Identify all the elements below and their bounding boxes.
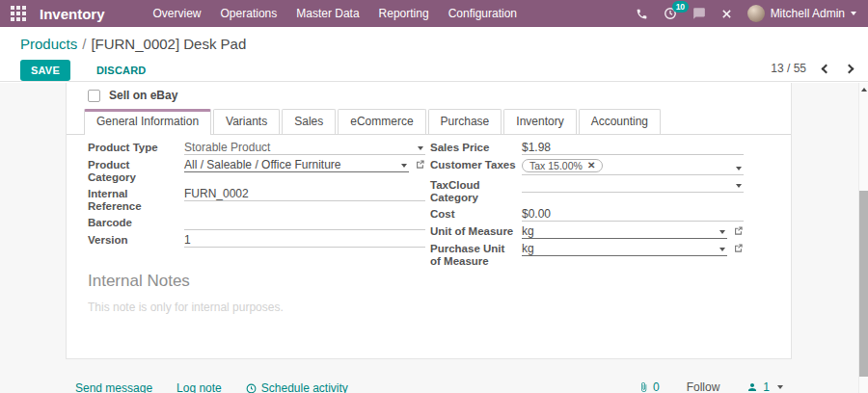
customer-taxes-label: Customer Taxes (430, 159, 522, 171)
navbar-left: Inventory Overview Operations Master Dat… (0, 0, 527, 27)
field-sales-price: Sales Price $1.98 (430, 142, 744, 155)
product-form-sheet: Sell on eBay General Information Variant… (66, 83, 792, 359)
follower-count: 1 (763, 380, 770, 393)
product-category-label: Product Category (88, 159, 184, 184)
field-product-type: Product Type Storable Product (88, 142, 425, 155)
breadcrumb: Products/[FURN_0002] Desk Pad (0, 27, 868, 52)
scrollbar-thumb[interactable] (859, 191, 868, 377)
field-purchase-unit-of-measure: Purchase Unit of Measure kg (430, 243, 744, 268)
pager: 13 / 55 (771, 62, 853, 75)
avatar (747, 5, 765, 22)
sell-on-ebay-checkbox[interactable] (88, 90, 100, 102)
phone-icon[interactable] (636, 8, 648, 20)
attachment-count: 0 (653, 380, 660, 393)
field-barcode: Barcode (88, 217, 425, 230)
cost-input[interactable]: $0.00 (522, 208, 744, 222)
paperclip-icon (638, 381, 649, 393)
chevron-down-icon (401, 164, 407, 168)
user-menu[interactable]: Mitchell Admin (747, 5, 856, 22)
scroll-up-arrow-icon[interactable] (861, 88, 867, 92)
chevron-down-icon (719, 230, 725, 234)
field-internal-reference: Internal Reference FURN_0002 (88, 188, 425, 213)
person-icon (746, 381, 758, 393)
sell-on-ebay-row: Sell on eBay (67, 83, 791, 102)
external-link-icon[interactable] (733, 243, 744, 253)
tab-variants[interactable]: Variants (213, 109, 280, 134)
external-link-icon[interactable] (415, 159, 425, 170)
activity-clock-icon[interactable]: 10 (664, 7, 677, 20)
field-version: Version 1 (88, 234, 425, 248)
followers-button[interactable]: 1 (746, 380, 783, 393)
field-customer-taxes: Customer Taxes Tax 15.00%✕ (430, 159, 744, 175)
internal-notes-title: Internal Notes (88, 272, 284, 291)
tax-tag: Tax 15.00%✕ (522, 159, 603, 172)
chevron-down-icon (736, 167, 742, 170)
field-unit-of-measure: Unit of Measure kg (430, 225, 744, 239)
internal-notes-editor[interactable]: This note is only for internal purposes. (88, 301, 284, 314)
app-name[interactable]: Inventory (40, 6, 105, 22)
control-panel: Products/[FURN_0002] Desk Pad SAVE DISCA… (0, 27, 868, 82)
tax-tag-remove-icon[interactable]: ✕ (587, 161, 595, 170)
tab-purchase[interactable]: Purchase (428, 109, 502, 134)
tab-general-information[interactable]: General Information (84, 109, 211, 135)
menu-item-overview[interactable]: Overview (144, 7, 211, 20)
pager-next-icon[interactable] (845, 64, 854, 73)
navbar-right: 10 Mitchell Admin (636, 5, 868, 22)
user-name: Mitchell Admin (771, 7, 845, 20)
tab-ecommerce[interactable]: eCommerce (338, 109, 425, 134)
chevron-down-icon (736, 184, 742, 188)
taxcloud-category-select[interactable] (522, 179, 744, 193)
sales-price-input[interactable]: $1.98 (522, 142, 744, 155)
discard-button[interactable]: DISCARD (96, 65, 147, 76)
unit-of-measure-label: Unit of Measure (430, 225, 522, 238)
product-category-select[interactable]: All / Saleable / Office Furniture (184, 159, 409, 172)
breadcrumb-products-link[interactable]: Products (20, 36, 77, 52)
menu-item-reporting[interactable]: Reporting (369, 7, 439, 20)
unit-of-measure-select[interactable]: kg (522, 225, 727, 239)
product-type-select[interactable]: Storable Product (184, 142, 425, 155)
tab-sales[interactable]: Sales (282, 109, 336, 134)
field-taxcloud-category: TaxCloud Category (430, 179, 744, 204)
messages-icon[interactable] (692, 7, 706, 20)
close-icon[interactable] (721, 9, 732, 19)
purchase-uom-select[interactable]: kg (522, 243, 727, 256)
follow-button[interactable]: Follow (687, 380, 720, 393)
button-row: SAVE DISCARD (0, 52, 868, 81)
customer-taxes-select[interactable]: Tax 15.00%✕ (522, 159, 744, 175)
nav-menu: Overview Operations Master Data Reportin… (144, 0, 528, 27)
apps-grid-icon[interactable] (11, 6, 26, 21)
menu-item-configuration[interactable]: Configuration (439, 7, 527, 20)
menu-item-operations[interactable]: Operations (211, 7, 287, 20)
taxcloud-category-label: TaxCloud Category (430, 179, 522, 204)
log-note-button[interactable]: Log note (176, 381, 222, 393)
version-input[interactable]: 1 (184, 234, 425, 248)
internal-notes-section: Internal Notes This note is only for int… (88, 272, 284, 314)
schedule-activity-button[interactable]: Schedule activity (246, 381, 348, 393)
internal-reference-input[interactable]: FURN_0002 (184, 188, 425, 201)
left-field-column: Product Type Storable Product Product Ca… (88, 142, 425, 251)
menu-item-master-data[interactable]: Master Data (286, 7, 368, 20)
send-message-button[interactable]: Send message (75, 381, 152, 393)
chatter: Send message Log note Schedule activity … (0, 359, 858, 393)
notebook-tabs: General Information Variants Sales eComm… (67, 109, 791, 135)
chatter-links: Send message Log note Schedule activity (75, 381, 348, 393)
attachments-button[interactable]: 0 (638, 380, 660, 393)
tab-accounting[interactable]: Accounting (579, 109, 661, 134)
pager-value: 13 / 55 (771, 62, 806, 75)
chevron-down-icon (777, 385, 783, 389)
vertical-scrollbar[interactable] (858, 83, 868, 393)
tab-inventory[interactable]: Inventory (503, 109, 576, 134)
sell-on-ebay-label: Sell on eBay (109, 89, 177, 102)
barcode-input[interactable] (184, 217, 425, 230)
field-cost: Cost $0.00 (430, 208, 744, 222)
breadcrumb-current: [FURN_0002] Desk Pad (91, 36, 246, 52)
barcode-label: Barcode (88, 217, 184, 229)
save-button[interactable]: SAVE (20, 60, 70, 81)
version-label: Version (88, 234, 184, 247)
chevron-down-icon (851, 12, 856, 15)
sales-price-label: Sales Price (430, 142, 522, 154)
chevron-down-icon (719, 248, 725, 251)
pager-previous-icon[interactable] (822, 64, 831, 73)
content-area: Sell on eBay General Information Variant… (0, 83, 868, 393)
external-link-icon[interactable] (733, 225, 744, 236)
